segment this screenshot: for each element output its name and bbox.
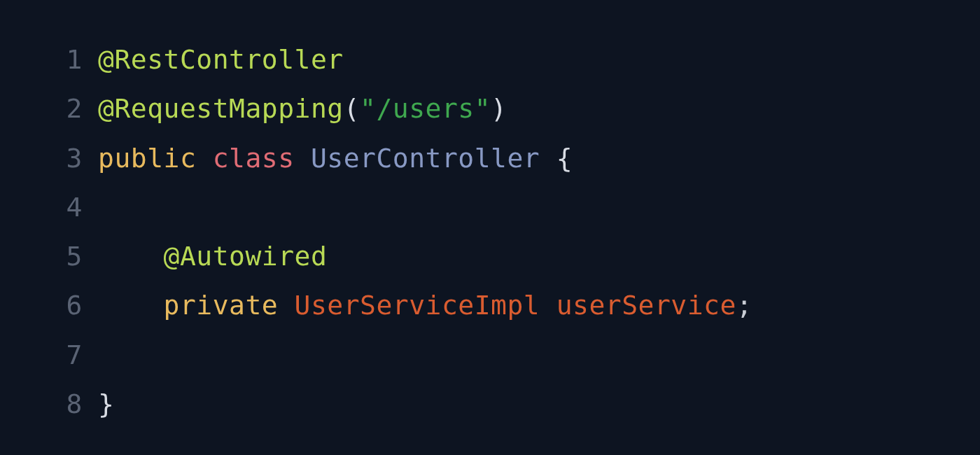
code-line[interactable]: 6 private UserServiceImpl userService; [0, 281, 980, 330]
line-number: 2 [0, 84, 98, 133]
token-keyword-private: private [164, 290, 279, 321]
token-string: "/users" [360, 93, 491, 124]
code-line[interactable]: 4 [0, 183, 980, 232]
code-line[interactable]: 3public class UserController { [0, 134, 980, 183]
token-punct [196, 143, 212, 174]
code-content[interactable]: @RequestMapping("/users") [98, 84, 507, 133]
token-punct [540, 143, 556, 174]
token-class-name: UserController [311, 143, 540, 174]
token-punct: ; [736, 290, 752, 321]
code-editor[interactable]: 1@RestController2@RequestMapping("/users… [0, 35, 980, 428]
code-content[interactable]: } [98, 379, 114, 428]
token-brace: { [556, 143, 573, 174]
line-number: 6 [0, 281, 98, 330]
line-number: 1 [0, 35, 98, 84]
token-brace: } [98, 388, 114, 419]
code-content[interactable]: public class UserController { [98, 134, 573, 183]
code-line[interactable]: 2@RequestMapping("/users") [0, 84, 980, 133]
token-punct [540, 290, 556, 321]
token-paren: ( [344, 93, 360, 124]
line-number: 8 [0, 379, 98, 428]
token-punct [295, 143, 311, 174]
token-keyword-public: public [98, 143, 196, 174]
code-line[interactable]: 5 @Autowired [0, 232, 980, 281]
token-paren: ) [491, 93, 507, 124]
token-punct [98, 290, 164, 321]
token-variable: userService [556, 290, 736, 321]
code-content[interactable]: @Autowired [98, 232, 327, 281]
line-number: 7 [0, 330, 98, 379]
code-line[interactable]: 7 [0, 330, 980, 379]
code-content[interactable]: @RestController [98, 35, 344, 84]
code-line[interactable]: 1@RestController [0, 35, 980, 84]
token-keyword-class: class [213, 143, 295, 174]
token-punct [98, 241, 164, 272]
line-number: 3 [0, 134, 98, 183]
code-line[interactable]: 8} [0, 379, 980, 428]
token-annotation: @RestController [98, 44, 344, 75]
token-punct [278, 290, 294, 321]
token-annotation: @RequestMapping [98, 93, 344, 124]
code-content[interactable]: private UserServiceImpl userService; [98, 281, 752, 330]
line-number: 5 [0, 232, 98, 281]
line-number: 4 [0, 183, 98, 232]
token-type-name: UserServiceImpl [295, 290, 540, 321]
token-annotation: @Autowired [164, 241, 328, 272]
